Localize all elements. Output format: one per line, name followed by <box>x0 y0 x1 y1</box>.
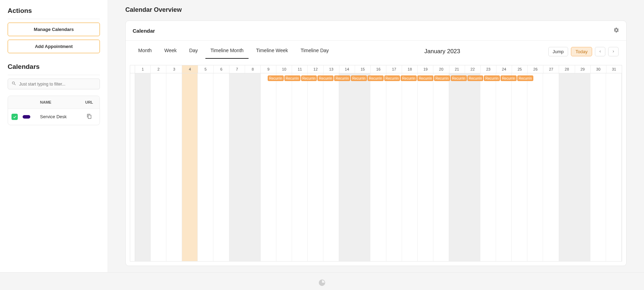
event-chip[interactable]: Recurrin <box>284 75 300 81</box>
day-column[interactable] <box>402 73 418 261</box>
event-slot <box>253 75 267 81</box>
view-tab-month[interactable]: Month <box>133 44 157 59</box>
event-chip[interactable]: Recurrin <box>468 75 484 81</box>
day-header[interactable]: 28 <box>559 65 575 73</box>
event-slot <box>179 75 194 81</box>
event-chip[interactable]: Recurrin <box>401 75 417 81</box>
day-column[interactable] <box>308 73 323 261</box>
next-button[interactable] <box>608 47 619 56</box>
day-header[interactable]: 14 <box>339 65 355 73</box>
day-header[interactable]: 16 <box>371 65 386 73</box>
today-button[interactable]: Today <box>571 47 592 56</box>
day-column[interactable] <box>151 73 166 261</box>
event-chip[interactable]: Recurrin <box>417 75 433 81</box>
view-tab-timeline-day[interactable]: Timeline Day <box>296 44 333 59</box>
day-header[interactable]: 27 <box>543 65 559 73</box>
day-column[interactable] <box>323 73 339 261</box>
event-chip[interactable]: Recurrin <box>268 75 284 81</box>
day-column[interactable] <box>182 73 198 261</box>
view-tab-day[interactable]: Day <box>184 44 203 59</box>
day-column[interactable] <box>229 73 245 261</box>
day-header[interactable]: 3 <box>166 65 182 73</box>
day-column[interactable] <box>559 73 575 261</box>
day-header[interactable]: 25 <box>512 65 528 73</box>
day-column[interactable] <box>386 73 402 261</box>
calendar-url-copy-icon[interactable] <box>82 114 96 120</box>
day-column[interactable] <box>292 73 308 261</box>
day-header[interactable]: 22 <box>465 65 481 73</box>
day-header[interactable]: 31 <box>606 65 622 73</box>
event-chip[interactable]: Recurrin <box>351 75 367 81</box>
day-column[interactable] <box>496 73 512 261</box>
day-column[interactable] <box>245 73 261 261</box>
day-column[interactable] <box>465 73 480 261</box>
event-chip[interactable]: Recurrin <box>368 75 384 81</box>
day-header[interactable]: 13 <box>324 65 339 73</box>
day-column[interactable] <box>543 73 559 261</box>
day-column[interactable] <box>527 73 543 261</box>
event-chip[interactable]: Recurrin <box>301 75 317 81</box>
day-column[interactable] <box>449 73 465 261</box>
chevron-right-icon <box>612 49 615 54</box>
jump-button[interactable]: Jump <box>548 47 568 56</box>
day-header[interactable]: 19 <box>418 65 433 73</box>
day-header[interactable]: 9 <box>261 65 276 73</box>
day-column[interactable] <box>135 73 151 261</box>
timeline-body[interactable]: RecurrinRecurrinRecurrinRecurrinRecurrin… <box>130 73 622 261</box>
prev-button[interactable] <box>595 47 605 56</box>
event-chip[interactable]: Recurrin <box>384 75 400 81</box>
day-header[interactable]: 17 <box>386 65 402 73</box>
day-header[interactable]: 6 <box>214 65 229 73</box>
day-column[interactable] <box>339 73 355 261</box>
add-appointment-button[interactable]: Add Appointment <box>8 40 100 53</box>
event-chip[interactable]: Recurrin <box>434 75 450 81</box>
event-chip[interactable]: Recurrin <box>517 75 533 81</box>
event-chip[interactable]: Recurrin <box>484 75 500 81</box>
day-header[interactable]: 20 <box>433 65 449 73</box>
view-tab-timeline-month[interactable]: Timeline Month <box>205 44 248 59</box>
day-column[interactable] <box>261 73 276 261</box>
event-slot <box>534 75 548 81</box>
day-column[interactable] <box>480 73 496 261</box>
day-column[interactable] <box>276 73 292 261</box>
day-column[interactable] <box>355 73 370 261</box>
day-column[interactable] <box>590 73 606 261</box>
day-column[interactable] <box>606 73 622 261</box>
day-header[interactable]: 12 <box>308 65 323 73</box>
event-slot <box>209 75 223 81</box>
day-header[interactable]: 5 <box>198 65 214 73</box>
day-column[interactable] <box>512 73 527 261</box>
day-header[interactable]: 21 <box>449 65 465 73</box>
day-column[interactable] <box>370 73 386 261</box>
view-tab-week[interactable]: Week <box>159 44 182 59</box>
manage-calendars-button[interactable]: Manage Calendars <box>8 23 100 36</box>
view-tab-timeline-week[interactable]: Timeline Week <box>251 44 293 59</box>
day-header[interactable]: 1 <box>135 65 151 73</box>
day-column[interactable] <box>418 73 433 261</box>
event-chip[interactable]: Recurrin <box>334 75 350 81</box>
day-header[interactable]: 8 <box>245 65 261 73</box>
day-header[interactable]: 30 <box>591 65 606 73</box>
day-header[interactable]: 24 <box>496 65 512 73</box>
day-column[interactable] <box>166 73 182 261</box>
day-header[interactable]: 4 <box>182 65 198 73</box>
day-column[interactable] <box>575 73 590 261</box>
day-header[interactable]: 29 <box>575 65 591 73</box>
day-header[interactable]: 15 <box>355 65 371 73</box>
day-header[interactable]: 10 <box>276 65 292 73</box>
gear-icon[interactable] <box>613 27 619 34</box>
event-chip[interactable]: Recurrin <box>317 75 333 81</box>
day-header[interactable]: 23 <box>481 65 496 73</box>
event-chip[interactable]: Recurrin <box>451 75 467 81</box>
day-header[interactable]: 18 <box>402 65 418 73</box>
day-column[interactable] <box>198 73 213 261</box>
day-header[interactable]: 7 <box>229 65 245 73</box>
day-header[interactable]: 11 <box>292 65 308 73</box>
event-chip[interactable]: Recurrin <box>501 75 517 81</box>
day-header[interactable]: 26 <box>528 65 543 73</box>
day-header[interactable]: 2 <box>151 65 166 73</box>
day-column[interactable] <box>433 73 449 261</box>
day-column[interactable] <box>213 73 229 261</box>
calendar-checkbox[interactable] <box>11 114 18 120</box>
calendar-filter-input[interactable] <box>19 82 96 87</box>
